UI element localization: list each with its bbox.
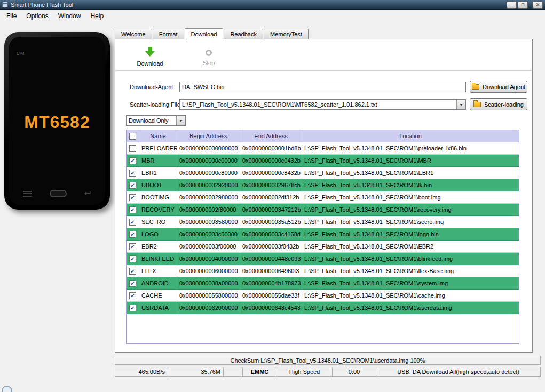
table-row-preloader: PRELOADER0x00000000000000000x00000000000… xyxy=(127,142,519,155)
stop-action-button[interactable]: Stop xyxy=(192,48,226,66)
partition-table: Name Begin Address End Address Location … xyxy=(126,130,519,344)
row-checkbox[interactable]: ✔ xyxy=(129,231,136,238)
table-row-cache: ✔CACHE0x00000000558000000x0000000055dae3… xyxy=(127,290,519,302)
table-row-sec_ro: ✔SEC_RO0x00000000035800000x00000000035a5… xyxy=(127,216,519,228)
row-checkbox[interactable]: ✔ xyxy=(129,182,136,189)
row-checkbox[interactable]: ✔ xyxy=(129,280,136,287)
row-checkbox-cell: ✔ xyxy=(127,241,139,252)
end-address: 0x0000000000c0432b xyxy=(240,155,302,166)
begin-address: 0x0000000006000000 xyxy=(177,265,240,277)
begin-address: 0x0000000002980000 xyxy=(177,191,240,203)
tab-readback[interactable]: Readback xyxy=(224,29,263,39)
row-checkbox-cell: ✔ xyxy=(127,204,139,215)
phone-back-icon: ↩ xyxy=(84,189,91,198)
tab-download[interactable]: Download xyxy=(185,28,224,40)
row-checkbox[interactable]: ✔ xyxy=(129,292,136,299)
row-checkbox[interactable]: ✔ xyxy=(129,219,136,226)
row-checkbox[interactable]: ✔ xyxy=(129,255,136,262)
tab-memorytest[interactable]: MemoryTest xyxy=(264,29,309,39)
end-address: 0x0000000055dae33f xyxy=(240,290,302,301)
checksum-text: CheckSum L:\SP_Flash_Tool_v5.1348.01_SEC… xyxy=(230,357,425,364)
row-checkbox-cell: ✔ xyxy=(127,191,139,203)
phone-image: BM MT6582 ↩ xyxy=(4,32,110,210)
end-address: 0x000000000001bd8b xyxy=(240,142,302,154)
end-address: 0x0000000003c4158d xyxy=(240,228,302,240)
row-checkbox[interactable]: ✔ xyxy=(129,170,136,177)
file-location: L:\SP_Flash_Tool_v5.1348.01_SEC\ROM1\EBR… xyxy=(302,167,519,179)
table-row-flex: ✔FLEX0x00000000060000000x00000000064960f… xyxy=(127,265,519,277)
checksum-status-bar: CheckSum L:\SP_Flash_Tool_v5.1348.01_SEC… xyxy=(115,356,541,365)
maximize-button[interactable]: □ xyxy=(518,1,528,9)
tab-strip: Welcome Format Download Readback MemoryT… xyxy=(115,28,309,39)
progress-indicator xyxy=(2,386,12,392)
begin-address: 0x0000000000c00000 xyxy=(177,155,240,166)
chevron-down-icon[interactable]: ▼ xyxy=(176,116,185,125)
file-location: L:\SP_Flash_Tool_v5.1348.01_SEC\ROM1\EBR… xyxy=(302,241,519,252)
chevron-down-icon[interactable]: ▼ xyxy=(456,100,465,109)
row-checkbox[interactable]: ✔ xyxy=(129,194,136,201)
row-checkbox[interactable]: ✔ xyxy=(129,268,136,275)
scatter-loading-button-label: Scatter-loading xyxy=(484,101,524,108)
table-header-row: Name Begin Address End Address Location xyxy=(127,130,519,142)
partition-name: EBR1 xyxy=(139,167,177,179)
row-checkbox[interactable] xyxy=(129,145,136,152)
partition-name: UBOOT xyxy=(139,179,177,191)
title-bar: Smart Phone Flash Tool — □ ✕ xyxy=(0,0,545,10)
status-storage-type: EMMC xyxy=(243,367,277,377)
scatter-file-value: L:\SP_Flash_Tool_v5.1348.01_SEC\ROM1\MT6… xyxy=(180,101,456,108)
row-checkbox[interactable]: ✔ xyxy=(129,206,136,213)
row-checkbox-cell: ✔ xyxy=(127,228,139,240)
partition-name: USRDATA xyxy=(139,302,177,314)
header-name: Name xyxy=(139,130,177,142)
partition-name: PRELOADER xyxy=(139,142,177,154)
menu-file[interactable]: File xyxy=(2,10,21,22)
stop-action-label: Stop xyxy=(192,60,226,66)
partition-name: FLEX xyxy=(139,265,177,277)
download-mode-select[interactable]: Download Only ▼ xyxy=(126,115,186,126)
download-action-button[interactable]: Download xyxy=(133,47,167,67)
download-agent-label: Download-Agent xyxy=(130,84,173,90)
end-address: 0x0000000002df312b xyxy=(240,191,302,203)
folder-icon xyxy=(473,102,481,107)
select-all-checkbox[interactable] xyxy=(129,133,136,140)
table-row-recovery: ✔RECOVERY0x0000000002f800000x00000000034… xyxy=(127,204,519,216)
tab-welcome[interactable]: Welcome xyxy=(115,29,152,39)
partition-name: CACHE xyxy=(139,290,177,301)
partition-name: MBR xyxy=(139,155,177,166)
file-location: L:\SP_Flash_Tool_v5.1348.01_SEC\ROM1\bli… xyxy=(302,253,519,265)
status-bar: 465.00B/s 35.76M EMMC High Speed 0:00 US… xyxy=(115,367,541,377)
end-address: 0x0000000003f0432b xyxy=(240,241,302,252)
row-checkbox-cell: ✔ xyxy=(127,167,139,179)
row-checkbox[interactable]: ✔ xyxy=(129,157,136,164)
close-button[interactable]: ✕ xyxy=(533,1,543,9)
table-row-uboot: ✔UBOOT0x00000000029200000x00000000029678… xyxy=(127,179,519,191)
table-row-ebr2: ✔EBR20x0000000003f000000x0000000003f0432… xyxy=(127,241,519,253)
phone-menu-icon xyxy=(23,191,32,197)
header-end-address: End Address xyxy=(240,130,302,142)
table-body: PRELOADER0x00000000000000000x00000000000… xyxy=(127,142,519,314)
minimize-button[interactable]: — xyxy=(507,1,517,9)
end-address: 0x0000000000c8432b xyxy=(240,167,302,179)
file-location: L:\SP_Flash_Tool_v5.1348.01_SEC\ROM1\pre… xyxy=(302,142,519,154)
download-agent-input[interactable] xyxy=(179,82,466,92)
begin-address: 0x0000000004000000 xyxy=(177,253,240,265)
tab-format[interactable]: Format xyxy=(153,29,184,39)
phone-screen: BM MT6582 ↩ xyxy=(9,37,105,205)
menu-options[interactable]: Options xyxy=(21,10,53,22)
scatter-file-combobox[interactable]: L:\SP_Flash_Tool_v5.1348.01_SEC\ROM1\MT6… xyxy=(179,99,466,110)
menu-window[interactable]: Window xyxy=(53,10,86,22)
chipset-label: MT6582 xyxy=(9,113,105,132)
file-location: L:\SP_Flash_Tool_v5.1348.01_SEC\ROM1\rec… xyxy=(302,204,519,215)
app-icon xyxy=(2,2,8,7)
scatter-loading-button[interactable]: Scatter-loading xyxy=(470,98,527,110)
row-checkbox[interactable]: ✔ xyxy=(129,243,136,250)
table-row-logo: ✔LOGO0x0000000003c000000x0000000003c4158… xyxy=(127,228,519,241)
download-agent-button[interactable]: Download Agent xyxy=(470,81,527,93)
table-row-blinkfeed: ✔BLINKFEED0x00000000040000000x0000000004… xyxy=(127,253,519,265)
menu-help[interactable]: Help xyxy=(85,10,108,22)
download-action-label: Download xyxy=(133,60,167,67)
partition-name: BOOTIMG xyxy=(139,191,177,203)
row-checkbox[interactable]: ✔ xyxy=(129,305,136,311)
file-location: L:\SP_Flash_Tool_v5.1348.01_SEC\ROM1\boo… xyxy=(302,191,519,203)
table-row-usrdata: ✔USRDATA0x00000000620000000x00000000643c… xyxy=(127,302,519,314)
